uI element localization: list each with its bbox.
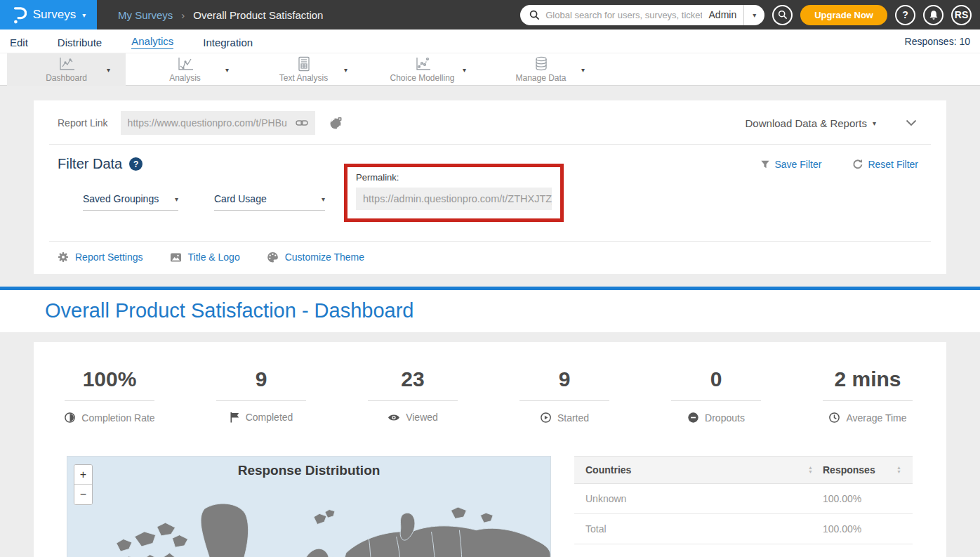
stat-started: 9 Started bbox=[489, 367, 640, 424]
search-scope-dropdown[interactable]: ▾ bbox=[743, 5, 764, 25]
gear-icon bbox=[58, 251, 69, 263]
countries-sort-icon[interactable]: ▲▼ bbox=[808, 466, 813, 474]
tab-analysis-label: Analysis bbox=[169, 73, 201, 83]
countries-table: Countries ▲▼ Responses ▲▼ Unknown 100.00… bbox=[574, 456, 913, 557]
global-search[interactable]: Admin ▾ bbox=[520, 5, 764, 25]
tab-choice-modelling[interactable]: Choice Modelling ▾ bbox=[363, 53, 482, 86]
tab-choice-modelling-label: Choice Modelling bbox=[390, 73, 454, 83]
tab-analysis-caret-icon[interactable]: ▾ bbox=[225, 66, 229, 74]
funnel-icon bbox=[760, 159, 770, 169]
saved-groupings-caret-icon: ▾ bbox=[175, 195, 178, 203]
dashboard-body: Response Distribution + − bbox=[34, 456, 946, 557]
tab-manage-data[interactable]: Manage Data ▾ bbox=[482, 53, 600, 86]
completion-rate-icon bbox=[64, 412, 76, 424]
tab-manage-data-caret-icon[interactable]: ▾ bbox=[581, 66, 585, 74]
nav-distribute[interactable]: Distribute bbox=[58, 34, 102, 48]
minus-circle-icon bbox=[687, 412, 699, 424]
upgrade-now-button[interactable]: Upgrade Now bbox=[800, 5, 887, 25]
download-data-reports-label: Download Data & Reports bbox=[746, 117, 867, 129]
flag-icon bbox=[230, 412, 240, 423]
filter-help-icon[interactable]: ? bbox=[129, 157, 143, 171]
customize-theme-link[interactable]: Customize Theme bbox=[267, 251, 364, 263]
app-logo-surveys-menu[interactable]: Surveys ▾ bbox=[0, 0, 97, 30]
nav-analytics[interactable]: Analytics bbox=[131, 33, 173, 49]
global-search-input[interactable] bbox=[545, 10, 701, 20]
clock-icon bbox=[828, 412, 840, 424]
responses-sort-icon[interactable]: ▲▼ bbox=[896, 466, 901, 474]
title-logo-label: Title & Logo bbox=[188, 251, 240, 263]
countries-table-header: Countries ▲▼ Responses ▲▼ bbox=[574, 456, 913, 484]
survey-subnav: Edit Distribute Analytics Integration Re… bbox=[0, 30, 980, 53]
viewed-value: 23 bbox=[337, 367, 489, 391]
help-button[interactable]: ? bbox=[895, 5, 915, 25]
notifications-button[interactable] bbox=[923, 5, 943, 25]
dashboard-title-band: Overall Product Satisfaction - Dashboard bbox=[0, 290, 980, 332]
tab-dashboard-caret-icon[interactable]: ▾ bbox=[107, 66, 110, 74]
download-data-reports-dropdown[interactable]: Download Data & Reports ▾ bbox=[746, 117, 876, 129]
palette-icon bbox=[267, 251, 279, 263]
dashboard-card: 100% Completion Rate 9 Completed bbox=[34, 342, 946, 557]
tab-choice-modelling-caret-icon[interactable]: ▾ bbox=[463, 66, 466, 74]
report-filter-card: Report Link https://www.questionpro.com/… bbox=[34, 100, 946, 274]
breadcrumb-my-surveys[interactable]: My Surveys bbox=[118, 9, 173, 21]
card-usage-select[interactable]: Card Usage ▾ bbox=[214, 193, 325, 211]
response-distribution-map[interactable]: Response Distribution + − bbox=[67, 456, 551, 557]
bell-icon bbox=[929, 10, 939, 20]
top-header: Surveys ▾ My Surveys › Overall Product S… bbox=[0, 0, 980, 30]
card-usage-value: Card Usage bbox=[214, 193, 267, 204]
permalink-highlight-box: Permalink: https://admin.questionpro.com… bbox=[344, 164, 564, 222]
user-avatar[interactable]: RS bbox=[951, 5, 972, 25]
permalink-input[interactable]: https://admin.questionpro.com/t/ZTHXJTZj bbox=[356, 188, 552, 210]
filter-controls: Saved Groupings ▾ Card Usage ▾ Permalink… bbox=[49, 173, 931, 234]
breadcrumb-separator-icon: › bbox=[181, 9, 185, 21]
section-divider bbox=[49, 241, 931, 242]
completion-rate-value: 100% bbox=[34, 367, 185, 391]
tab-text-analysis[interactable]: Text Analysis ▾ bbox=[244, 53, 363, 86]
filter-data-title: Filter Data bbox=[58, 156, 122, 172]
report-settings-link[interactable]: Report Settings bbox=[58, 251, 143, 263]
search-icon bbox=[529, 10, 540, 20]
tab-text-analysis-label: Text Analysis bbox=[279, 73, 328, 83]
started-label: Started bbox=[557, 412, 589, 424]
download-caret-icon: ▾ bbox=[873, 119, 876, 127]
started-value: 9 bbox=[489, 367, 640, 391]
image-icon bbox=[170, 252, 182, 263]
map-title: Response Distribution bbox=[67, 463, 550, 478]
play-circle-icon bbox=[540, 412, 552, 424]
tab-text-analysis-caret-icon[interactable]: ▾ bbox=[344, 66, 347, 74]
countries-column-header: Countries bbox=[585, 464, 631, 476]
saved-groupings-select[interactable]: Saved Groupings ▾ bbox=[83, 193, 178, 211]
collapse-section-chevron-icon[interactable] bbox=[906, 119, 917, 126]
nav-edit[interactable]: Edit bbox=[10, 34, 28, 48]
save-filter-button[interactable]: Save Filter bbox=[760, 159, 822, 170]
report-link-input[interactable]: https://www.questionpro.com/t/PHBu bbox=[121, 111, 315, 135]
share-icon[interactable] bbox=[329, 117, 343, 130]
country-name: Total bbox=[585, 523, 813, 535]
tab-dashboard[interactable]: Dashboard ▾ bbox=[7, 53, 126, 86]
saved-groupings-value: Saved Groupings bbox=[83, 193, 159, 204]
stat-divider bbox=[216, 400, 306, 401]
tab-dashboard-label: Dashboard bbox=[46, 73, 87, 83]
tab-analysis[interactable]: Analysis ▾ bbox=[126, 53, 244, 86]
questionpro-logo-icon bbox=[11, 4, 27, 25]
responses-count: Responses: 10 bbox=[905, 36, 970, 47]
section-divider bbox=[49, 144, 931, 145]
country-responses: 100.00% bbox=[823, 523, 901, 535]
search-scope-value: Admin bbox=[702, 9, 744, 20]
permalink-label: Permalink: bbox=[356, 172, 552, 183]
stat-viewed: 23 Viewed bbox=[337, 367, 489, 424]
product-name: Surveys bbox=[33, 8, 76, 22]
stat-divider bbox=[823, 400, 913, 401]
search-toggle-button[interactable] bbox=[772, 5, 793, 25]
dropouts-value: 0 bbox=[640, 367, 792, 391]
survey-stats-row: 100% Completion Rate 9 Completed bbox=[34, 367, 946, 424]
stat-dropouts: 0 Dropouts bbox=[640, 367, 792, 424]
completed-label: Completed bbox=[246, 412, 293, 423]
analysis-chart-icon bbox=[176, 56, 194, 72]
header-actions: Admin ▾ Upgrade Now ? RS bbox=[520, 5, 972, 25]
reset-filter-button[interactable]: Reset Filter bbox=[852, 159, 918, 170]
filter-actions: Save Filter Reset Filter bbox=[760, 159, 919, 170]
nav-integration[interactable]: Integration bbox=[203, 34, 253, 48]
title-logo-link[interactable]: Title & Logo bbox=[170, 251, 240, 263]
completion-rate-label: Completion Rate bbox=[81, 412, 154, 424]
